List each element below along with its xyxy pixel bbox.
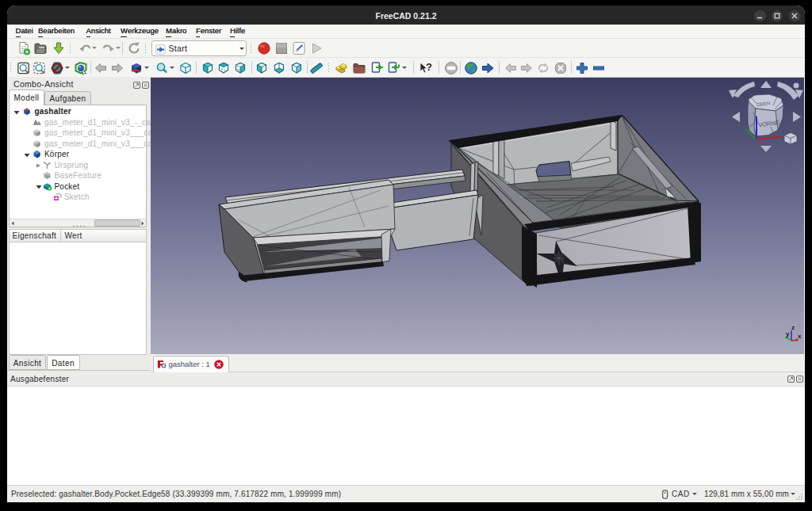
svg-text:?: ? [426,61,432,73]
svg-text:x: x [798,333,802,340]
svg-text:z: z [791,324,795,331]
svg-text:y: y [786,330,790,337]
